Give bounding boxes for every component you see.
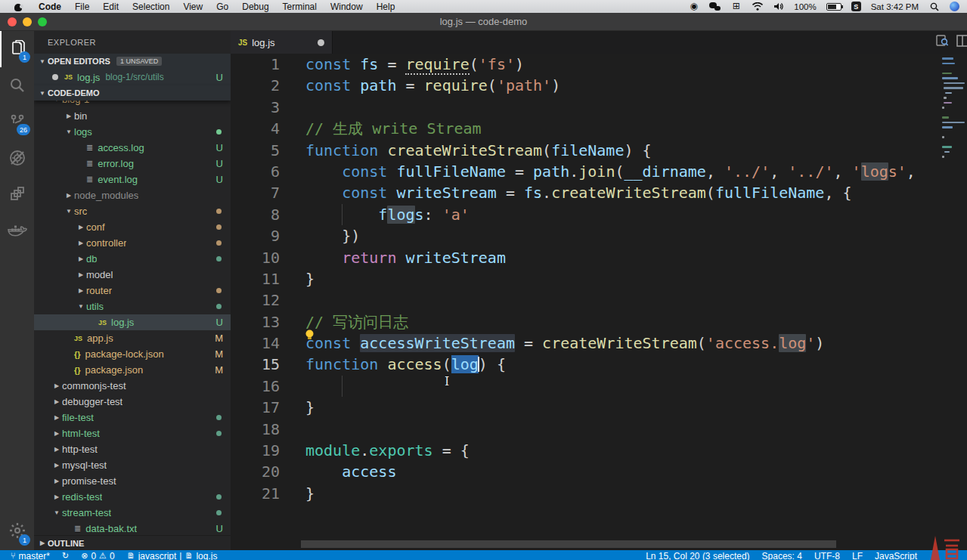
selected-text[interactable]: log: [451, 355, 479, 373]
tree-item-app-js[interactable]: JSapp.jsM: [34, 330, 231, 346]
tree-item-access-log[interactable]: ≣access.logU: [34, 140, 231, 156]
tree-item-controller[interactable]: ▶controller: [34, 235, 231, 251]
indentation-status[interactable]: Spaces: 4: [762, 551, 802, 560]
menu-app[interactable]: Code: [32, 2, 68, 12]
search-activity-icon[interactable]: [0, 67, 34, 104]
menu-terminal[interactable]: Terminal: [276, 2, 324, 12]
code-line-3[interactable]: 3: [231, 97, 967, 118]
minimap[interactable]: [942, 55, 967, 373]
file-mode-status[interactable]: 🗎 javascript | 🗎 log.js: [127, 551, 218, 560]
tree-item-model[interactable]: ▶model: [34, 267, 231, 283]
debug-activity-icon[interactable]: [0, 140, 34, 176]
code-line-4[interactable]: 4// 生成 write Stream: [231, 118, 967, 139]
encoding-status[interactable]: UTF-8: [814, 551, 840, 560]
menu-file[interactable]: File: [68, 2, 96, 12]
menu-edit[interactable]: Edit: [96, 2, 126, 12]
tree-item-mysql-test[interactable]: ▶mysql-test: [34, 457, 231, 473]
docker-activity-icon[interactable]: [0, 212, 34, 249]
code-line-21[interactable]: 21}: [231, 483, 967, 504]
workspace-folder-header[interactable]: ▼ CODE-DEMO: [34, 85, 231, 101]
tree-item-db[interactable]: ▶db: [34, 251, 231, 267]
explorer-activity-icon[interactable]: 1: [0, 31, 34, 67]
menu-view[interactable]: View: [176, 2, 209, 12]
tree-item-stream-test[interactable]: ▼stream-test: [34, 505, 231, 521]
tree-item-node-modules[interactable]: ▶node_modules: [34, 187, 231, 203]
lightbulb-code-action-icon[interactable]: [304, 328, 316, 342]
open-editor-item-logjs[interactable]: JS log.js blog-1/src/utils U: [34, 69, 231, 85]
tree-item-package-lock-json[interactable]: {}package-lock.jsonM: [34, 346, 231, 362]
tree-item-router[interactable]: ▶router: [34, 283, 231, 299]
tree-item-package-json[interactable]: {}package.jsonM: [34, 362, 231, 378]
tree-item-blog-1[interactable]: ▼blog-1: [34, 101, 231, 107]
minimize-window-button[interactable]: [23, 17, 32, 26]
eol-status[interactable]: LF: [852, 551, 863, 560]
code-line-5[interactable]: 5function createWriteStream(fileName) {: [231, 140, 967, 161]
tree-item-conf[interactable]: ▶conf: [34, 219, 231, 235]
sync-button[interactable]: ↻: [62, 551, 69, 560]
close-window-button[interactable]: [8, 17, 17, 26]
tree-item-redis-test[interactable]: ▶redis-test: [34, 489, 231, 505]
tree-item-commonjs-test[interactable]: ▶commonjs-test: [34, 378, 231, 394]
open-preview-icon[interactable]: [935, 34, 949, 51]
code-line-1[interactable]: 1const fs = require('fs'): [231, 54, 967, 75]
tree-item-bin[interactable]: ▶bin: [34, 108, 231, 124]
tree-item-file-test[interactable]: ▶file-test: [34, 410, 231, 425]
code-line-17[interactable]: 17}: [231, 397, 967, 418]
source-control-activity-icon[interactable]: 26: [0, 104, 34, 140]
tree-item-event-log[interactable]: ≣event.logU: [34, 172, 231, 187]
menu-window[interactable]: Window: [324, 2, 370, 12]
cursor-position-status[interactable]: Ln 15, Col 20 (3 selected): [646, 551, 749, 560]
tree-item-debugger-test[interactable]: ▶debugger-test: [34, 394, 231, 410]
outline-section-header[interactable]: ▶ OUTLINE: [34, 535, 231, 550]
problems-status[interactable]: ⊗ 0 ⚠ 0: [81, 551, 114, 560]
battery-icon[interactable]: [826, 3, 841, 11]
wifi-icon[interactable]: [752, 2, 763, 11]
open-editors-header[interactable]: ▼ OPEN EDITORS 1 UNSAVED: [34, 54, 231, 69]
split-editor-icon[interactable]: [956, 35, 967, 50]
tree-item-html-test[interactable]: ▶html-test: [34, 425, 231, 441]
tree-item-utils[interactable]: ▼utils: [34, 299, 231, 314]
horizontal-scrollbar[interactable]: [301, 540, 836, 548]
code-editor[interactable]: 1const fs = require('fs')2const path = r…: [231, 54, 967, 550]
screen-record-icon[interactable]: ◉: [688, 2, 699, 11]
wechat-icon[interactable]: [709, 2, 721, 11]
spotlight-search-icon[interactable]: [928, 2, 940, 11]
code-line-15[interactable]: 15function access(log) {: [231, 354, 967, 375]
code-line-14[interactable]: 14const accessWriteStream = createWriteS…: [231, 333, 967, 354]
modified-dot-icon[interactable]: [52, 74, 58, 80]
extensions-activity-icon[interactable]: [0, 176, 34, 212]
menu-debug[interactable]: Debug: [235, 2, 275, 12]
code-line-6[interactable]: 6 const fullFileName = path.join(__dirna…: [231, 161, 967, 182]
code-line-10[interactable]: 10 return writeStream: [231, 247, 967, 268]
tree-item-src[interactable]: ▼src: [34, 203, 231, 219]
apple-logo-icon[interactable]: [14, 2, 23, 11]
tree-item-promise-test[interactable]: ▶promise-test: [34, 473, 231, 489]
code-line-13[interactable]: 13// 写访问日志: [231, 311, 967, 333]
code-line-16[interactable]: 16: [231, 376, 967, 397]
menu-clock[interactable]: Sat 3:42 PM: [871, 2, 919, 11]
code-line-12[interactable]: 12: [231, 289, 967, 311]
code-line-18[interactable]: 18: [231, 419, 967, 440]
tree-item-error-log[interactable]: ≣error.logU: [34, 156, 231, 172]
code-line-2[interactable]: 2const path = require('path'): [231, 75, 967, 96]
code-line-8[interactable]: 8 flogs: 'a': [231, 204, 967, 225]
launchpad-grid-icon[interactable]: ⊞: [730, 2, 742, 11]
tree-item-data-bak-txt[interactable]: ≣data-bak.txtU: [34, 521, 231, 535]
code-line-20[interactable]: 20 access: [231, 461, 967, 482]
code-line-9[interactable]: 9 }): [231, 225, 967, 246]
zoom-level-indicator[interactable]: 100%: [794, 2, 816, 11]
tab-logjs[interactable]: JS log.js: [231, 31, 333, 54]
git-branch-status[interactable]: ⑂ master*: [11, 551, 50, 560]
menu-help[interactable]: Help: [370, 2, 402, 12]
siri-icon[interactable]: [950, 2, 959, 11]
language-mode-status[interactable]: JavaScript: [875, 551, 917, 560]
volume-icon[interactable]: [773, 2, 784, 11]
code-line-19[interactable]: 19module.exports = {: [231, 440, 967, 461]
menu-selection[interactable]: Selection: [126, 2, 176, 12]
tree-item-log-js[interactable]: JSlog.jsU: [34, 314, 231, 330]
app-s-icon[interactable]: S: [851, 2, 861, 11]
tree-item-http-test[interactable]: ▶http-test: [34, 441, 231, 457]
menu-go[interactable]: Go: [209, 2, 235, 12]
zoom-window-button[interactable]: [38, 17, 47, 26]
tree-item-logs[interactable]: ▼logs: [34, 124, 231, 140]
